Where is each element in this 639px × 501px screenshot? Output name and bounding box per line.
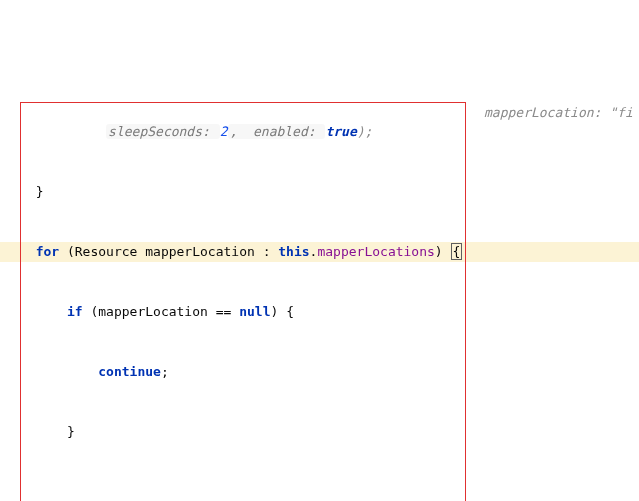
code-line: sleepSeconds: 2, enabled: true); xyxy=(0,122,639,142)
code-line: if (mapperLocation == null) { xyxy=(0,302,639,322)
code-line: continue; xyxy=(0,362,639,382)
code-line: } xyxy=(0,182,639,202)
inline-hint: mapperLocation: "fi xyxy=(484,103,633,123)
for-statement: for (Resource mapperLocation : this.mapp… xyxy=(0,242,639,262)
code-editor[interactable]: sleepSeconds: 2, enabled: true); } for (… xyxy=(0,80,639,501)
code-line xyxy=(0,482,639,501)
code-line: } xyxy=(0,422,639,442)
